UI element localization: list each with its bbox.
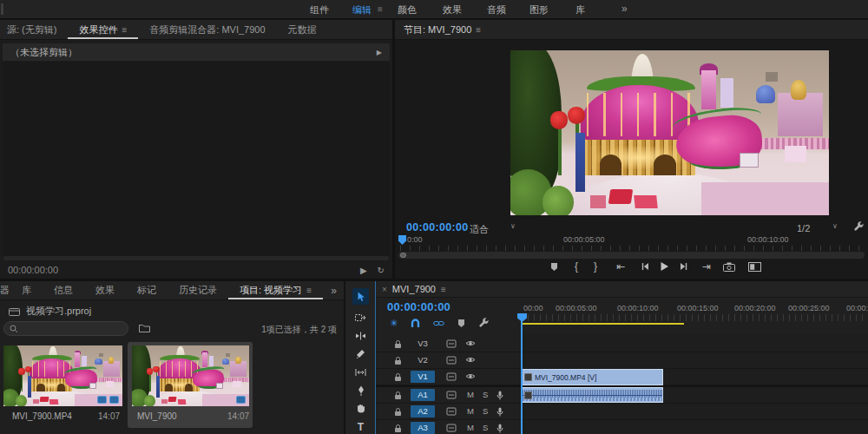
track-target-a3[interactable]: A3 (411, 422, 435, 434)
sync-lock-icon[interactable] (446, 407, 457, 416)
chevron-down-icon[interactable]: ∨ (510, 222, 516, 230)
program-timecode[interactable]: 00:00:00:00 (406, 221, 468, 233)
timeline-ruler-ticks[interactable] (522, 314, 868, 321)
effect-controls-scrollbar[interactable] (3, 256, 389, 260)
search-box[interactable] (3, 321, 128, 336)
go-to-out-button[interactable]: ⇥ (700, 260, 713, 273)
workspace-tab-graphics[interactable]: 图形 (529, 3, 549, 16)
item-name[interactable]: MVI_7900 (137, 411, 177, 421)
lock-icon[interactable] (394, 372, 402, 382)
type-tool[interactable]: T (352, 418, 369, 434)
program-playhead[interactable] (398, 235, 406, 245)
tab-audio-clip-mixer[interactable]: 音频剪辑混合器: MVI_7900 (138, 20, 276, 39)
workspace-tab-audio[interactable]: 音频 (487, 3, 506, 16)
timeline-timecode[interactable]: 00:00:00:00 (387, 300, 450, 313)
mic-icon[interactable] (496, 391, 503, 400)
fit-dropdown[interactable]: 适合 (470, 223, 489, 236)
ripple-edit-tool[interactable] (352, 327, 369, 344)
step-forward-button[interactable] (677, 260, 691, 273)
snap-toggle[interactable] (411, 319, 420, 328)
track-target-v2[interactable]: V2 (411, 354, 435, 366)
timeline-ruler[interactable]: 00:00 00:00:05:00 00:00:10:00 00:00:15:0… (520, 302, 868, 314)
program-zoom-scrollbar[interactable] (398, 252, 865, 259)
workspace-tab-libraries[interactable]: 库 (575, 3, 585, 16)
track-select-forward-tool[interactable] (352, 309, 369, 326)
tab-sequence[interactable]: MVI_7900 (392, 284, 436, 294)
solo-button[interactable]: S (483, 423, 488, 432)
tab-effect-controls[interactable]: 效果控件 ≡ (68, 20, 138, 39)
tab-history[interactable]: 历史记录 (168, 281, 228, 299)
tab-markers[interactable]: 标记 (126, 281, 168, 299)
item-name[interactable]: MVI_7900.MP4 (12, 411, 72, 421)
sync-lock-icon[interactable] (446, 372, 457, 381)
settings-wrench-icon[interactable] (853, 221, 865, 233)
chevron-down-icon[interactable]: ∨ (832, 222, 838, 230)
tab-info[interactable]: 信息 (43, 281, 84, 299)
lock-icon[interactable] (394, 339, 402, 349)
workspace-tab-editing[interactable]: 编辑 (352, 3, 372, 16)
workspace-tab-effects[interactable]: 效果 (443, 3, 462, 16)
sync-lock-icon[interactable] (446, 339, 457, 348)
add-marker-button[interactable] (547, 260, 561, 273)
go-to-in-button[interactable]: ⇤ (614, 260, 628, 273)
selection-tool[interactable] (352, 288, 369, 305)
tab-media-browser-partial[interactable]: 器 (0, 281, 10, 299)
track-target-v1[interactable]: V1 (411, 371, 435, 383)
project-item-thumbnail[interactable] (132, 345, 249, 406)
mute-button[interactable]: M (467, 423, 474, 432)
eye-icon[interactable] (465, 356, 476, 364)
insert-as-nest-toggle[interactable]: ✳ (390, 318, 398, 329)
slip-tool[interactable] (352, 364, 369, 380)
panel-menu-icon[interactable]: ≡ (476, 25, 481, 35)
track-target-a1[interactable]: A1 (411, 389, 435, 401)
mute-button[interactable]: M (467, 406, 474, 416)
project-file-row[interactable]: 视频学习.prproj (9, 304, 91, 318)
zoom-scrollbar-handle[interactable] (400, 253, 406, 258)
tab-source-monitor[interactable]: 源: (无剪辑) (0, 20, 68, 39)
tab-program-monitor[interactable]: 节目: MVI_7900 ≡ (395, 20, 492, 39)
play-audio-icon[interactable]: ▶ (360, 266, 367, 275)
sync-lock-icon[interactable] (446, 391, 457, 399)
lock-icon[interactable] (394, 407, 402, 417)
track-target-v3[interactable]: V3 (411, 338, 435, 350)
workspace-menu-icon[interactable]: ≡ (378, 4, 383, 14)
no-clip-selected-header[interactable]: （未选择剪辑） ▶ (3, 43, 390, 61)
panel-menu-icon[interactable]: ≡ (306, 286, 312, 295)
export-frame-button[interactable] (722, 260, 736, 273)
loop-playback-icon[interactable]: ↻ (378, 266, 385, 275)
sync-lock-icon[interactable] (446, 424, 457, 432)
sync-lock-icon[interactable] (446, 356, 457, 365)
eye-icon[interactable] (465, 339, 476, 347)
timeline-video-clip[interactable]: MVI_7900.MP4 [V] (522, 369, 663, 385)
home-icon[interactable] (1, 3, 3, 15)
comparison-view-button[interactable] (747, 260, 761, 273)
tab-project[interactable]: 项目: 视频学习 ≡ (228, 281, 323, 299)
step-back-button[interactable] (638, 260, 652, 273)
pen-tool[interactable] (352, 382, 369, 398)
mic-icon[interactable] (496, 424, 503, 433)
expand-arrow-icon[interactable]: ▶ (377, 49, 382, 56)
program-mini-timeline[interactable] (400, 246, 866, 251)
track-target-a2[interactable]: A2 (411, 405, 435, 418)
play-button[interactable] (657, 260, 671, 273)
lock-icon[interactable] (394, 356, 402, 365)
tab-libraries[interactable]: 库 (10, 281, 43, 299)
close-icon[interactable]: × (382, 285, 387, 294)
linked-selection-toggle[interactable] (433, 319, 444, 327)
add-marker-button[interactable] (457, 319, 465, 328)
eye-icon[interactable] (465, 372, 476, 380)
workspace-tab-color[interactable]: 颜色 (398, 3, 417, 16)
lock-icon[interactable] (394, 424, 402, 433)
bin-filter-icon[interactable] (139, 324, 150, 332)
solo-button[interactable]: S (483, 406, 488, 416)
workspace-tab-assembly[interactable]: 组件 (310, 3, 329, 16)
timeline-settings-wrench-icon[interactable] (478, 318, 490, 329)
mark-in-button[interactable]: { (569, 260, 583, 273)
timeline-audio-clip[interactable] (522, 387, 663, 403)
panel-menu-icon[interactable]: ≡ (441, 285, 446, 294)
mic-icon[interactable] (496, 407, 503, 417)
razor-tool[interactable] (352, 345, 369, 362)
lock-icon[interactable] (394, 391, 402, 400)
workspace-overflow-icon[interactable]: » (621, 3, 628, 15)
hand-tool[interactable] (352, 400, 369, 417)
